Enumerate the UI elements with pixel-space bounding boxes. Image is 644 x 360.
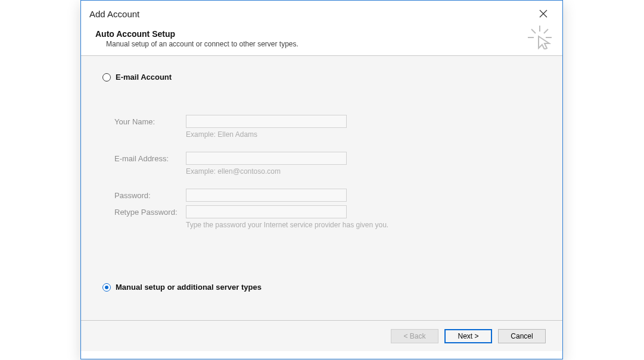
back-button: < Back — [391, 329, 438, 343]
name-label: Your Name: — [114, 117, 186, 126]
option-manual-setup[interactable]: Manual setup or additional server types — [102, 283, 541, 292]
name-input[interactable] — [186, 115, 347, 128]
add-account-dialog: Add Account Auto Account Setup Manual se… — [80, 0, 563, 359]
name-hint: Example: Ellen Adams — [186, 130, 541, 139]
header-title: Auto Account Setup — [95, 29, 548, 39]
email-account-form: Your Name: Example: Ellen Adams E-mail A… — [102, 115, 541, 229]
next-button[interactable]: Next > — [444, 329, 492, 343]
radio-icon[interactable] — [102, 283, 111, 292]
password-label: Password: — [114, 191, 186, 200]
wizard-header: Auto Account Setup Manual setup of an ac… — [81, 27, 562, 55]
options-group: E-mail Account Your Name: Example: Ellen… — [81, 56, 562, 292]
svg-line-5 — [531, 29, 536, 33]
close-button[interactable] — [533, 5, 554, 22]
password-hint: Type the password your Internet service … — [186, 221, 541, 229]
cursor-click-icon — [528, 26, 552, 49]
wizard-footer: < Back Next > Cancel — [81, 320, 562, 351]
close-icon — [539, 10, 547, 18]
password-input[interactable] — [186, 189, 347, 202]
retype-password-label: Retype Password: — [114, 208, 186, 217]
email-label: E-mail Address: — [114, 154, 186, 163]
svg-line-6 — [544, 29, 548, 33]
option-manual-label: Manual setup or additional server types — [116, 283, 262, 292]
retype-password-input[interactable] — [186, 205, 347, 218]
option-email-account[interactable]: E-mail Account — [102, 73, 541, 82]
email-input[interactable] — [186, 152, 347, 165]
radio-icon[interactable] — [102, 73, 111, 82]
header-subtitle: Manual setup of an account or connect to… — [106, 40, 548, 48]
cancel-button[interactable]: Cancel — [498, 329, 546, 343]
titlebar: Add Account — [81, 1, 562, 27]
option-email-label: E-mail Account — [116, 73, 172, 82]
email-hint: Example: ellen@contoso.com — [186, 167, 541, 176]
wizard-body: E-mail Account Your Name: Example: Ellen… — [81, 55, 562, 320]
window-title: Add Account — [89, 9, 139, 19]
